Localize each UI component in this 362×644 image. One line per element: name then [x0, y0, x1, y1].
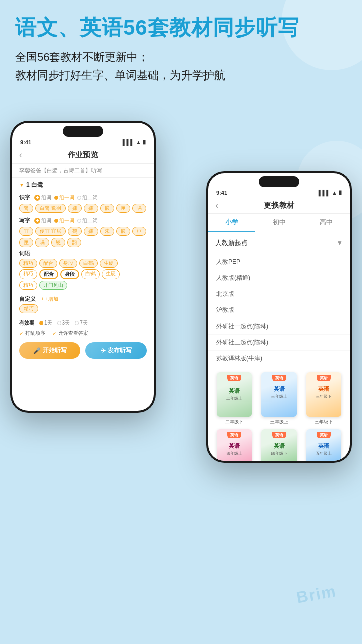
write-words: 宜 便宜 宜居 鹤 嫌 朱 嵌 框 匣 嗝 恩 韵: [12, 225, 154, 249]
textbook-item[interactable]: 英语 英语 四年级上 四年级上: [214, 429, 255, 461]
section-arrow-icon: ▼: [19, 182, 24, 188]
menu-item-wy1[interactable]: 外研社一起点(陈琳): [208, 318, 350, 335]
vocab-tag[interactable]: 白鹤: [81, 269, 100, 279]
cover-subtitle: 四年级上: [226, 451, 242, 456]
word-tag[interactable]: 韵: [67, 238, 81, 247]
textbook-grid: 英语 英语 二年级上 二年级下 英语 英语 三年级上: [208, 368, 350, 461]
publisher-dropdown[interactable]: 人教新起点 ▼: [208, 234, 350, 252]
textbook-item[interactable]: 英语 英语 四年级下 四年级下: [259, 429, 300, 461]
tab-elementary[interactable]: 小学: [208, 214, 255, 232]
menu-item-bj[interactable]: 北京版: [208, 286, 350, 302]
action-buttons: 🎤 开始听写 ✈ 发布听写: [12, 338, 154, 363]
left-back-button[interactable]: ‹: [19, 150, 22, 160]
word-tag[interactable]: 框: [132, 227, 146, 236]
word-tag[interactable]: 嵌: [116, 227, 130, 236]
write-opt-one[interactable]: 组一词: [54, 217, 74, 224]
vocab-tag[interactable]: 精巧: [19, 259, 37, 268]
vocab-tag[interactable]: 身段: [59, 259, 77, 268]
header-section: 语文、英语56套教材同步听写 全国56套教材不断更新中； 教材同步打好生字、单词…: [15, 15, 347, 84]
write-opt-group[interactable]: + 组词: [34, 217, 51, 224]
tab-high[interactable]: 高中: [303, 214, 350, 232]
word-tag[interactable]: 鹤: [68, 227, 82, 236]
plus-icon: +: [34, 195, 40, 201]
vocab-tag[interactable]: 配合: [39, 269, 58, 279]
word-tag[interactable]: 朱: [100, 227, 114, 236]
wifi-icon2: ▲: [332, 190, 337, 196]
vocab-tag[interactable]: 白鹤: [79, 259, 98, 268]
textbook-cover: 英语 英语 四年级下: [261, 429, 297, 461]
check-options: ✓ 打乱顺序 ✓ 允许查看答案: [12, 328, 154, 338]
menu-item-wy3[interactable]: 外研社三起点(陈琳): [208, 335, 350, 351]
textbook-item[interactable]: 英语 英语 三年级上 三年级上: [259, 372, 300, 425]
radio-dot: [39, 321, 43, 325]
shuffle-check[interactable]: ✓ 打乱顺序: [19, 330, 45, 337]
textbook-cover: 英语 英语 五年级上: [306, 429, 341, 461]
tab-middle[interactable]: 初中: [255, 214, 303, 232]
custom-add-button[interactable]: + +增加: [41, 296, 58, 303]
recognize-opt-two[interactable]: 组二词: [77, 194, 98, 201]
vocab-tag[interactable]: 身段: [60, 269, 79, 279]
left-status-time: 9:41: [20, 139, 31, 145]
cover-title: 英语: [318, 385, 329, 393]
word-tag[interactable]: 白鹭 鹭羽: [35, 204, 66, 213]
show-answer-check[interactable]: ✓ 允许查看答案: [52, 330, 88, 337]
opt-dot2: [77, 196, 81, 200]
vocab-tag[interactable]: 精巧: [19, 269, 37, 279]
validity-label: 有效期: [19, 319, 34, 327]
vocab-tag[interactable]: 生硬: [100, 259, 118, 268]
menu-item-jt[interactable]: 人教版(精通): [208, 270, 350, 286]
word-tag[interactable]: 嫌: [68, 204, 82, 213]
custom-word-tag[interactable]: 精巧: [19, 304, 38, 313]
opt-one-label: 组一词: [59, 194, 74, 201]
textbook-label: 三年级上: [270, 419, 288, 425]
right-phone-screen: 9:41 ▌▌▌ ▲ ▮ ‹ 更换教材 小学 初中 高中 人教新起点: [208, 173, 350, 461]
left-app-header: ‹ 作业预览: [12, 147, 154, 164]
publish-dictation-button[interactable]: ✈ 发布听写: [85, 342, 147, 359]
right-back-button[interactable]: ‹: [215, 200, 218, 211]
vocab-tag[interactable]: 开门见山: [39, 281, 67, 290]
word-tag[interactable]: 宜: [19, 227, 33, 236]
check-icon: ✓: [52, 330, 57, 337]
write-opt-two[interactable]: 组二词: [77, 217, 98, 224]
write-subsection: 写字 + 组词 组一词 组二词: [12, 214, 154, 225]
menu-item-sj[interactable]: 苏教译林版(牛津): [208, 351, 350, 366]
textbook-item[interactable]: 英语 英语 三年级下 三年级下: [303, 372, 344, 425]
word-tag[interactable]: 匣: [116, 204, 130, 213]
publish-label: 发布听写: [108, 346, 132, 355]
word-tag[interactable]: 恩: [51, 238, 65, 247]
textbook-item[interactable]: 英语 英语 二年级上 二年级下: [214, 372, 255, 425]
word-tag[interactable]: 嗝: [132, 204, 146, 213]
cover-title: 英语: [229, 442, 240, 450]
left-phone: 9:41 ▌▌▌ ▲ ▮ ‹ 作业预览 李蓉爸爸【白鹭，古诗二首】听写 ▼ 1 …: [10, 121, 156, 413]
word-tag[interactable]: 嫌: [84, 204, 98, 213]
validity-7day[interactable]: 7天: [75, 319, 88, 327]
word-tag[interactable]: 鹭: [19, 204, 33, 213]
vocab-tag[interactable]: 精巧: [19, 281, 37, 290]
vocab-tag[interactable]: 生硬: [102, 269, 120, 279]
menu-item-pep[interactable]: 人教PEP: [208, 254, 350, 270]
recognize-subsection: 识字 + 组词 组一词 组二词: [12, 191, 154, 202]
dropdown-label: 人教新起点: [215, 238, 248, 248]
battery-icon2: ▮: [339, 189, 342, 196]
word-tag[interactable]: 匣: [19, 238, 33, 247]
recognize-opt-group[interactable]: + 组词: [34, 194, 51, 201]
vocab-tag[interactable]: 配合: [39, 259, 57, 268]
validity-3day[interactable]: 3天: [57, 319, 70, 327]
subtitle-line1: 全国56套教材不断更新中；: [15, 48, 347, 66]
validity-1day[interactable]: 1天: [39, 319, 52, 327]
shuffle-label: 打乱顺序: [25, 330, 45, 337]
word-tag[interactable]: 便宜 宜居: [35, 227, 66, 236]
word-tag[interactable]: 嫌: [84, 227, 98, 236]
check-icon: ✓: [19, 330, 24, 337]
word-tag[interactable]: 嗝: [35, 238, 49, 247]
menu-item-hu[interactable]: 沪教版: [208, 302, 350, 318]
opt-dot1: [54, 196, 58, 200]
start-dictation-button[interactable]: 🎤 开始听写: [19, 342, 80, 359]
word-tag[interactable]: 嵌: [100, 204, 114, 213]
start-label: 开始听写: [43, 346, 67, 355]
custom-section: 自定义 + +增加 精巧: [12, 293, 154, 316]
textbook-item[interactable]: 英语 英语 五年级上 五年级上: [303, 429, 344, 461]
recognize-opt-one[interactable]: 组一词: [54, 194, 74, 201]
custom-words: 精巧: [19, 303, 147, 315]
vocab-row1: 精巧 配合 身段 白鹤 生硬: [19, 259, 147, 268]
